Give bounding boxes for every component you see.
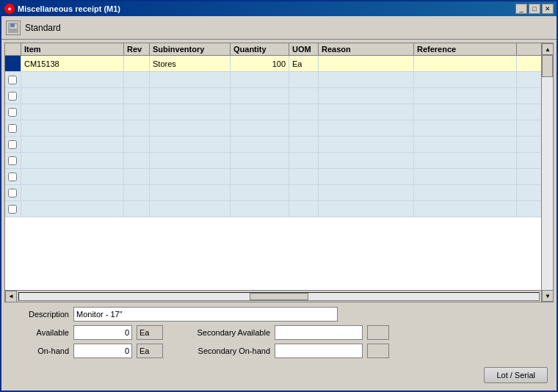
table-row[interactable] xyxy=(5,120,553,137)
table-row[interactable] xyxy=(5,201,553,217)
cell-uom[interactable] xyxy=(289,169,319,184)
minimize-button[interactable]: _ xyxy=(515,4,527,14)
cell-reason[interactable] xyxy=(319,137,414,152)
cell-rev[interactable] xyxy=(124,185,150,200)
cell-quantity[interactable] xyxy=(231,169,289,184)
cell-uom[interactable] xyxy=(289,88,319,104)
onhand-field[interactable] xyxy=(73,344,132,358)
cell-item[interactable] xyxy=(21,153,124,168)
cell-reference[interactable] xyxy=(414,104,517,120)
cell-reason[interactable] xyxy=(319,120,414,136)
cell-rev[interactable] xyxy=(124,72,150,87)
cell-rev[interactable] xyxy=(124,201,150,217)
cell-rev[interactable] xyxy=(124,88,150,104)
cell-reference[interactable] xyxy=(414,72,517,87)
hscroll-thumb[interactable] xyxy=(250,293,308,300)
cell-rev[interactable] xyxy=(124,56,150,71)
horizontal-scrollbar[interactable]: ◄ ► xyxy=(5,290,553,302)
cell-rev[interactable] xyxy=(124,120,150,136)
row-selector[interactable] xyxy=(5,201,21,217)
cell-subinventory[interactable] xyxy=(150,137,231,152)
cell-subinventory[interactable] xyxy=(150,185,231,200)
cell-rev[interactable] xyxy=(124,169,150,184)
cell-quantity[interactable] xyxy=(231,104,289,120)
cell-reason[interactable] xyxy=(319,104,414,120)
cell-uom[interactable] xyxy=(289,137,319,152)
row-checkbox[interactable] xyxy=(8,189,17,197)
row-checkbox[interactable] xyxy=(8,92,17,101)
restore-button[interactable]: □ xyxy=(529,4,540,14)
row-selector[interactable] xyxy=(5,72,21,87)
cell-subinventory[interactable] xyxy=(150,88,231,104)
cell-reason[interactable] xyxy=(319,169,414,184)
secondary-available-field[interactable] xyxy=(275,325,363,340)
hscroll-track[interactable] xyxy=(18,292,540,301)
cell-reference[interactable] xyxy=(414,153,517,168)
row-selector[interactable] xyxy=(5,169,21,184)
cell-uom[interactable] xyxy=(289,185,319,200)
cell-subinventory[interactable] xyxy=(150,120,231,136)
cell-subinventory[interactable] xyxy=(150,72,231,87)
cell-item[interactable]: CM15138 xyxy=(21,56,124,71)
cell-quantity[interactable]: 100 xyxy=(231,56,289,71)
cell-reference[interactable] xyxy=(414,169,517,184)
table-row[interactable]: CM15138 Stores 100 Ea xyxy=(5,56,553,72)
scroll-up-button[interactable]: ▲ xyxy=(542,43,554,55)
cell-uom[interactable] xyxy=(289,201,319,217)
description-field[interactable] xyxy=(73,307,338,322)
cell-quantity[interactable] xyxy=(231,201,289,217)
cell-uom[interactable]: Ea xyxy=(289,56,319,71)
toolbar-save-icon[interactable] xyxy=(6,21,21,35)
vertical-scrollbar[interactable]: ▲ ▼ xyxy=(541,43,553,302)
cell-reference[interactable] xyxy=(414,120,517,136)
cell-uom[interactable] xyxy=(289,104,319,120)
cell-quantity[interactable] xyxy=(231,120,289,136)
cell-item[interactable] xyxy=(21,88,124,104)
cell-quantity[interactable] xyxy=(231,153,289,168)
cell-reason[interactable] xyxy=(319,88,414,104)
cell-uom[interactable] xyxy=(289,120,319,136)
table-row[interactable] xyxy=(5,185,553,201)
cell-reason[interactable] xyxy=(319,56,414,71)
table-row[interactable] xyxy=(5,153,553,169)
cell-quantity[interactable] xyxy=(231,137,289,152)
cell-item[interactable] xyxy=(21,137,124,152)
scroll-left-button[interactable]: ◄ xyxy=(5,291,17,302)
cell-reason[interactable] xyxy=(319,153,414,168)
cell-item[interactable] xyxy=(21,120,124,136)
row-selector[interactable] xyxy=(5,153,21,168)
cell-item[interactable] xyxy=(21,104,124,120)
cell-subinventory[interactable] xyxy=(150,169,231,184)
cell-subinventory[interactable] xyxy=(150,104,231,120)
cell-uom[interactable] xyxy=(289,153,319,168)
row-selector[interactable] xyxy=(5,137,21,152)
row-checkbox[interactable] xyxy=(8,76,17,84)
row-checkbox[interactable] xyxy=(8,156,17,165)
cell-reason[interactable] xyxy=(319,201,414,217)
cell-rev[interactable] xyxy=(124,104,150,120)
row-checkbox[interactable] xyxy=(8,108,17,117)
cell-item[interactable] xyxy=(21,201,124,217)
cell-item[interactable] xyxy=(21,72,124,87)
cell-quantity[interactable] xyxy=(231,185,289,200)
row-selector[interactable] xyxy=(5,104,21,120)
row-checkbox[interactable] xyxy=(8,173,17,181)
lot-serial-button[interactable]: Lot / Serial xyxy=(484,367,548,383)
table-row[interactable] xyxy=(5,137,553,153)
cell-subinventory[interactable] xyxy=(150,201,231,217)
table-row[interactable] xyxy=(5,169,553,185)
row-selector[interactable] xyxy=(5,88,21,104)
row-checkbox[interactable] xyxy=(8,140,17,149)
row-checkbox[interactable] xyxy=(8,124,17,133)
cell-item[interactable] xyxy=(21,185,124,200)
cell-quantity[interactable] xyxy=(231,72,289,87)
cell-rev[interactable] xyxy=(124,153,150,168)
row-selector[interactable] xyxy=(5,56,21,71)
cell-rev[interactable] xyxy=(124,137,150,152)
cell-reason[interactable] xyxy=(319,72,414,87)
cell-reference[interactable] xyxy=(414,88,517,104)
cell-quantity[interactable] xyxy=(231,88,289,104)
cell-reference[interactable] xyxy=(414,56,517,71)
cell-reference[interactable] xyxy=(414,201,517,217)
cell-item[interactable] xyxy=(21,169,124,184)
